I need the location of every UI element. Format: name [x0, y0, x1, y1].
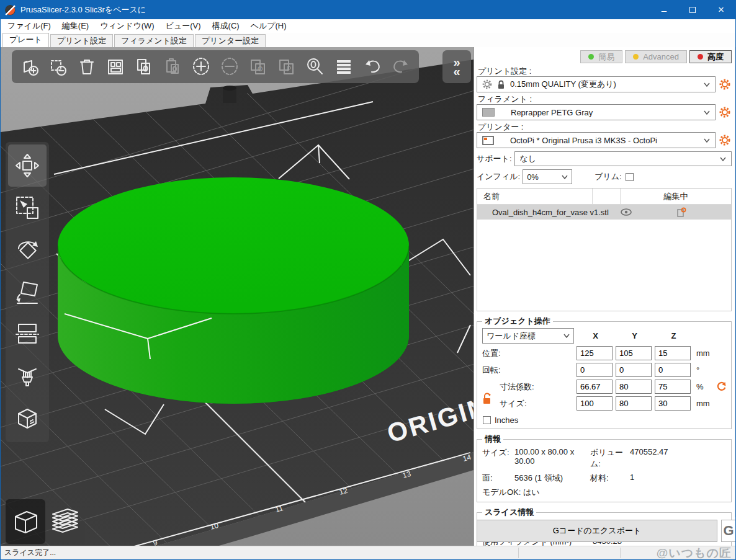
export-gcode-button[interactable]: Gコードのエクスポート: [477, 520, 717, 542]
collapse-sidebar-button[interactable]: » «: [442, 50, 471, 83]
menu-view[interactable]: ビュー(V): [160, 19, 207, 33]
infill-combo[interactable]: 0%: [523, 169, 572, 184]
info-facets-label: 面:: [482, 473, 514, 484]
rotation-x-input[interactable]: [577, 363, 613, 377]
add-object-button[interactable]: [16, 53, 44, 81]
manipulation-legend: オブジェクト操作: [482, 316, 553, 327]
info-size-value: 100.00 x 80.00 x 30.00: [514, 447, 590, 469]
model-oval-dish[interactable]: [58, 177, 409, 404]
position-z-input[interactable]: [655, 346, 691, 360]
info-panel: 情報 サイズ: 100.00 x 80.00 x 30.00 ボリューム: 47…: [477, 433, 732, 502]
svg-text:P: P: [287, 65, 291, 73]
maximize-icon: [689, 7, 696, 13]
close-button[interactable]: ×: [707, 1, 735, 19]
printer-gear-button[interactable]: [718, 133, 732, 147]
position-x-input[interactable]: [577, 346, 613, 360]
object-list-header: 名前 編集中: [477, 189, 731, 205]
scale-x-input[interactable]: [577, 380, 613, 394]
menu-configuration[interactable]: 構成(C): [207, 19, 245, 33]
rotation-unit: °: [694, 365, 715, 375]
rotation-label: 回転:: [482, 365, 575, 376]
scale-label: 寸法係数:: [482, 381, 575, 393]
redo-button[interactable]: [387, 53, 415, 81]
export-bar: Gコードのエクスポート G: [477, 520, 736, 542]
support-combo[interactable]: なし: [514, 151, 732, 166]
edit-settings-icon[interactable]: [676, 207, 686, 217]
mode-advanced-button[interactable]: Advanced: [625, 50, 687, 63]
add-object-icon: [19, 56, 40, 78]
tab-plater[interactable]: プレート: [2, 33, 49, 47]
add-instance-button[interactable]: [187, 53, 215, 81]
infill-value: 0%: [527, 172, 562, 182]
scale-tool-button[interactable]: [8, 187, 47, 229]
place-on-face-tool-button[interactable]: [8, 271, 47, 313]
copy-button[interactable]: [130, 53, 158, 81]
arrange-icon: [105, 56, 126, 78]
split-parts-button[interactable]: P: [272, 53, 301, 81]
tab-filament-settings[interactable]: フィラメント設定: [114, 34, 194, 47]
manifold-label: モデルOK:: [482, 487, 521, 497]
mode-simple-button[interactable]: 簡易: [580, 50, 622, 63]
menu-help[interactable]: ヘルプ(H): [245, 19, 292, 33]
size-z-input[interactable]: [655, 396, 691, 411]
size-x-input[interactable]: [577, 396, 613, 411]
lock-icon: [497, 80, 505, 89]
rotation-z-input[interactable]: [655, 363, 691, 377]
variable-layer-height-button[interactable]: [330, 53, 358, 81]
position-y-input[interactable]: [616, 346, 652, 360]
minimize-button[interactable]: –: [650, 1, 678, 19]
print-settings-gear-button[interactable]: [718, 78, 732, 91]
support-brush-icon: [14, 363, 41, 390]
object-manipulation-panel: オブジェクト操作 ワールド座標 X Y Z 位置:: [477, 316, 732, 429]
menu-edit[interactable]: 編集(E): [56, 19, 94, 33]
maximize-button[interactable]: [678, 1, 707, 19]
filament-gear-button[interactable]: [718, 105, 732, 119]
prusaslicer-logo-icon: [5, 5, 16, 16]
scale-z-input[interactable]: [655, 380, 691, 394]
rotation-y-input[interactable]: [616, 363, 652, 377]
tab-printer-settings[interactable]: プリンター設定: [195, 34, 266, 47]
top-toolbar: O P: [12, 50, 419, 83]
tab-print-settings[interactable]: プリント設定: [50, 34, 113, 47]
cut-tool-button[interactable]: [8, 313, 47, 355]
search-button[interactable]: [301, 53, 330, 81]
eye-icon[interactable]: [621, 208, 632, 216]
reset-scale-icon[interactable]: [716, 381, 727, 392]
brim-checkbox[interactable]: [626, 173, 634, 181]
scale-y-input[interactable]: [616, 380, 652, 394]
app-window: PrusaSlicer-2.3.0 Slic3rをベースに – × ファイル(F…: [0, 0, 736, 560]
menu-bar: ファイル(F) 編集(E) ウィンドウ(W) ビュー(V) 構成(C) ヘルプ(…: [1, 19, 735, 33]
undo-button[interactable]: [358, 53, 387, 81]
move-tool-button[interactable]: [8, 144, 47, 187]
object-list-row[interactable]: Oval_dish_h4cm_for_vase v1.stl: [477, 205, 731, 220]
delete-object-button[interactable]: [44, 53, 73, 81]
preview-view-button[interactable]: [45, 499, 85, 544]
3d-editor-view-button[interactable]: [6, 499, 45, 544]
paint-support-tool-button[interactable]: [8, 355, 47, 398]
split-objects-button[interactable]: O: [244, 53, 272, 81]
menu-window[interactable]: ウィンドウ(W): [94, 19, 159, 33]
arrange-button[interactable]: [101, 53, 130, 81]
print-settings-label: プリント設定 :: [478, 66, 732, 76]
coordinate-system-combo[interactable]: ワールド座標: [482, 328, 574, 344]
print-settings-combo[interactable]: 0.15mm QUALITY (変更あり): [477, 76, 716, 92]
uniform-scale-lock-open-icon[interactable]: [482, 393, 492, 405]
svg-text:O: O: [258, 65, 263, 73]
3d-viewport[interactable]: ORIGINAL 7 8 9 10 11 12 13 14: [1, 47, 473, 546]
info-materials-value: 1: [630, 473, 727, 484]
seam-tool-button[interactable]: [8, 398, 47, 440]
filament-combo[interactable]: Reprapper PETG Gray: [477, 104, 716, 120]
rotate-tool-button[interactable]: [8, 229, 47, 271]
menu-file[interactable]: ファイル(F): [2, 19, 56, 33]
delete-all-button[interactable]: [73, 53, 101, 81]
export-gcode-quick-button[interactable]: G: [721, 520, 736, 542]
inches-checkbox[interactable]: [483, 416, 491, 424]
status-separator: [518, 548, 519, 558]
mode-expert-button[interactable]: 高度: [689, 50, 732, 63]
printer-combo[interactable]: OctoPi * Original Prusa i3 MK3S - OctoPi: [477, 132, 716, 148]
chevron-down-icon: [720, 157, 726, 161]
size-y-input[interactable]: [616, 396, 652, 411]
paste-button[interactable]: [158, 53, 187, 81]
tab-bar: プレート プリント設定 フィラメント設定 プリンター設定: [1, 33, 735, 47]
remove-instance-button[interactable]: [215, 53, 244, 81]
